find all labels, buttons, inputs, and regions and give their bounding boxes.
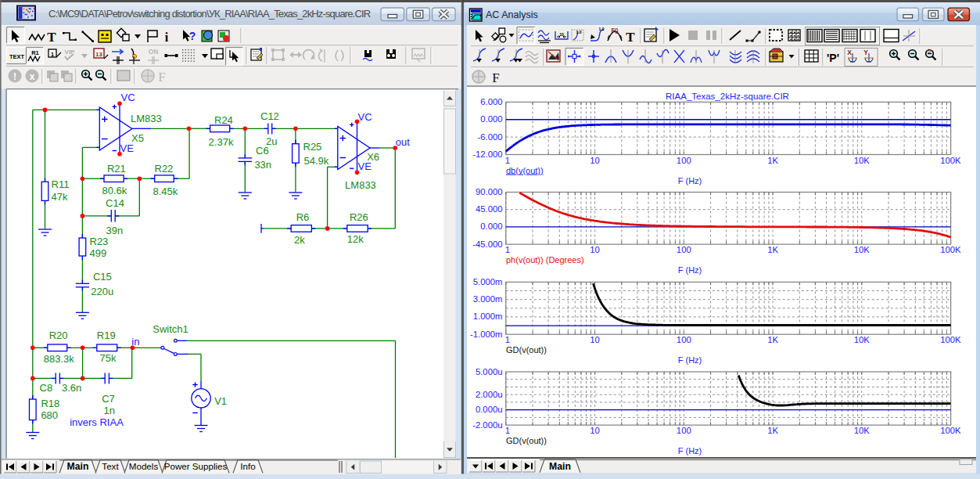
svg-text:10: 10 xyxy=(590,245,600,254)
svg-text:12k: 12k xyxy=(347,233,364,245)
svg-text:F: F xyxy=(158,70,165,85)
svg-text:10: 10 xyxy=(590,426,600,435)
svg-text:R18: R18 xyxy=(41,398,59,409)
svg-text:Models: Models xyxy=(129,461,159,471)
svg-text:2k: 2k xyxy=(294,234,305,246)
svg-text:100K: 100K xyxy=(940,156,961,165)
svg-text:R11: R11 xyxy=(52,178,70,190)
svg-text:220u: 220u xyxy=(91,286,113,297)
svg-text:Power Supplies: Power Supplies xyxy=(164,461,228,471)
svg-text:x: x xyxy=(30,71,35,82)
svg-text:GD(v(out)): GD(v(out)) xyxy=(506,436,547,445)
svg-text:!: ! xyxy=(13,71,16,82)
svg-text:out: out xyxy=(396,136,410,148)
svg-text:F: F xyxy=(492,70,499,85)
svg-text:100: 100 xyxy=(677,245,691,254)
svg-text:invers RIAA: invers RIAA xyxy=(70,416,124,428)
svg-text:1K: 1K xyxy=(767,156,778,165)
svg-text:10: 10 xyxy=(559,32,564,37)
svg-text:in: in xyxy=(131,336,139,348)
svg-text:499: 499 xyxy=(90,247,107,259)
svg-text:T: T xyxy=(626,30,635,45)
svg-text:54.9k: 54.9k xyxy=(304,155,329,167)
svg-text:X: X xyxy=(847,49,852,56)
svg-text:80.6k: 80.6k xyxy=(102,185,127,196)
svg-text:1.0: 1.0 xyxy=(599,27,605,31)
svg-text:1.0: 1.0 xyxy=(576,30,582,34)
svg-text:10: 10 xyxy=(590,335,600,344)
svg-text:39n: 39n xyxy=(106,225,124,236)
svg-text:F (Hz): F (Hz) xyxy=(678,265,702,275)
svg-text:6.000: 6.000 xyxy=(480,97,502,106)
svg-text:10K: 10K xyxy=(854,245,871,254)
svg-text:ph(v(out)) (Degrees): ph(v(out)) (Degrees) xyxy=(506,255,584,265)
svg-text:10K: 10K xyxy=(854,335,871,344)
svg-text:C6: C6 xyxy=(256,145,269,157)
svg-text:100: 100 xyxy=(677,156,691,165)
svg-text:C12: C12 xyxy=(260,110,279,122)
svg-text:5.000m: 5.000m xyxy=(473,277,503,286)
svg-text:R1: R1 xyxy=(31,49,39,56)
svg-text:1: 1 xyxy=(51,51,55,58)
svg-text:R21: R21 xyxy=(107,163,126,175)
svg-text:1: 1 xyxy=(505,335,510,344)
svg-text:0.000: 0.000 xyxy=(480,221,502,231)
svg-text:10K: 10K xyxy=(854,156,871,165)
svg-text:-1.000m: -1.000m xyxy=(470,330,502,339)
svg-text:45.000: 45.000 xyxy=(476,204,503,214)
svg-text:VE: VE xyxy=(358,160,372,172)
svg-text:-45.000: -45.000 xyxy=(472,240,502,249)
svg-text:C15: C15 xyxy=(93,271,112,283)
svg-text:2.000u: 2.000u xyxy=(476,390,503,399)
svg-text:883.3k: 883.3k xyxy=(44,353,75,365)
svg-text:1K: 1K xyxy=(767,426,778,435)
svg-text:Switch1: Switch1 xyxy=(153,323,188,335)
svg-text:R22: R22 xyxy=(155,163,174,175)
svg-text:1K: 1K xyxy=(767,335,778,344)
svg-text:100K: 100K xyxy=(940,245,961,254)
svg-text:db(v(out)): db(v(out)) xyxy=(506,166,544,175)
svg-text:1: 1 xyxy=(505,426,510,435)
svg-text:LM833: LM833 xyxy=(345,179,376,191)
svg-text:C7: C7 xyxy=(102,393,115,405)
svg-text:100: 100 xyxy=(677,426,691,435)
svg-text:-2.000u: -2.000u xyxy=(472,420,502,430)
svg-text:3.6n: 3.6n xyxy=(62,382,81,394)
svg-text:LM833: LM833 xyxy=(131,113,162,124)
svg-text:F (Hz): F (Hz) xyxy=(678,355,702,365)
svg-text:3.000m: 3.000m xyxy=(473,294,503,304)
svg-text:Info: Info xyxy=(240,461,255,471)
svg-text:100K: 100K xyxy=(940,335,961,344)
svg-text:T: T xyxy=(47,30,56,45)
svg-text:100: 100 xyxy=(677,335,691,344)
svg-text:R24: R24 xyxy=(214,114,233,126)
svg-text:C14: C14 xyxy=(106,197,124,209)
svg-text:90.000: 90.000 xyxy=(476,187,503,196)
svg-text:V1: V1 xyxy=(214,395,227,407)
svg-text:680: 680 xyxy=(41,409,58,421)
svg-text:47k: 47k xyxy=(52,191,68,203)
svg-text:5.000u: 5.000u xyxy=(476,367,503,376)
svg-text:0.000u: 0.000u xyxy=(476,405,503,414)
svg-text:F (Hz): F (Hz) xyxy=(678,446,702,456)
svg-text:1: 1 xyxy=(505,245,510,254)
svg-text:Main: Main xyxy=(549,461,571,472)
svg-text:F(): F() xyxy=(612,27,619,34)
svg-text:ON: ON xyxy=(149,48,159,56)
svg-text:'P': 'P' xyxy=(827,52,839,64)
svg-text:1K: 1K xyxy=(767,245,778,254)
svg-text:Y: Y xyxy=(863,49,868,56)
svg-text:VC: VC xyxy=(121,92,135,103)
svg-text:RIAA_Texas_2kHz-square.CIR: RIAA_Texas_2kHz-square.CIR xyxy=(666,92,789,101)
svg-text:R19: R19 xyxy=(97,330,116,341)
svg-text:GD(v(out)): GD(v(out)) xyxy=(506,345,547,355)
svg-text:Text: Text xyxy=(102,461,119,471)
svg-text:Main: Main xyxy=(67,461,89,472)
svg-text:100K: 100K xyxy=(940,426,961,435)
svg-text:?: ? xyxy=(189,30,196,42)
svg-text:13: 13 xyxy=(95,51,102,58)
svg-text:C8: C8 xyxy=(40,382,53,394)
svg-text:R6: R6 xyxy=(296,211,310,223)
svg-text:1: 1 xyxy=(505,156,510,165)
svg-text:1n: 1n xyxy=(104,405,115,416)
